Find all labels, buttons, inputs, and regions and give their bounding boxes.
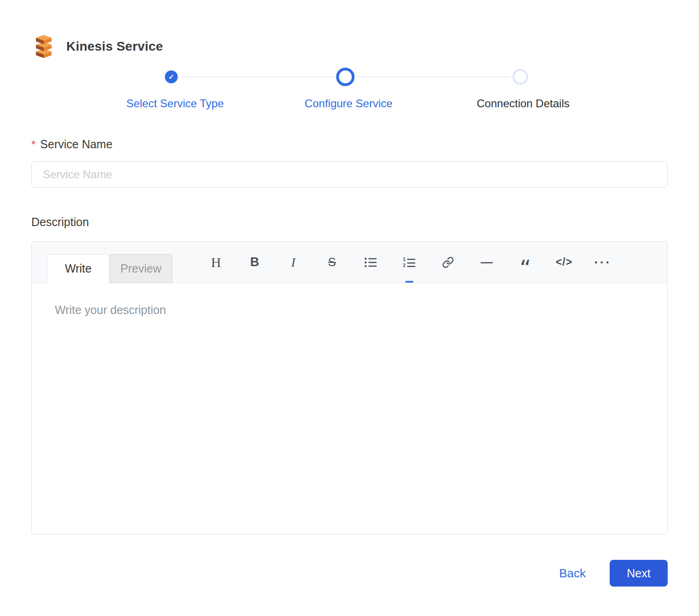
svg-text:1: 1 (403, 257, 406, 262)
service-name-label-text: Service Name (40, 138, 112, 151)
service-name-input[interactable] (31, 161, 668, 188)
heading-icon[interactable]: H (206, 252, 226, 273)
ordered-list-active-indicator (405, 281, 414, 283)
ordered-list-icon[interactable]: 1 2 (399, 252, 419, 273)
stepper: ✓ Select Service Type Configure Service … (0, 67, 699, 118)
description-textarea[interactable] (32, 283, 667, 534)
more-icon[interactable]: ··· (593, 252, 613, 273)
svg-text:2: 2 (403, 263, 406, 268)
step-label-connection-details: Connection Details (477, 97, 569, 110)
unordered-list-icon[interactable] (361, 252, 381, 273)
stepper-connector (355, 76, 510, 77)
step-circle-configure-service[interactable] (336, 68, 355, 86)
service-name-label: * Service Name (31, 138, 668, 151)
required-asterisk: * (31, 138, 35, 151)
page-title: Kinesis Service (66, 39, 163, 54)
step-circle-connection-details (513, 69, 528, 85)
configure-service-page: Kinesis Service ✓ Select Service Type Co… (0, 0, 699, 616)
editor-toolbar-bar: Write Preview H B I S (32, 242, 667, 283)
description-label: Description (31, 215, 668, 229)
link-icon[interactable] (438, 252, 458, 273)
strikethrough-icon[interactable]: S (322, 252, 342, 273)
description-editor: Write Preview H B I S (31, 241, 668, 535)
next-button[interactable]: Next (610, 560, 668, 587)
horizontal-rule-icon[interactable]: — (477, 252, 497, 273)
editor-tabs: Write Preview (47, 254, 172, 283)
app-header: Kinesis Service (31, 33, 668, 60)
code-icon[interactable]: </> (554, 252, 574, 273)
bold-icon[interactable]: B (245, 252, 265, 273)
footer-actions: Back Next (31, 560, 668, 587)
kinesis-icon (31, 34, 55, 59)
italic-icon[interactable]: I (283, 252, 303, 273)
stepper-connector (181, 76, 335, 77)
step-circle-select-service-type[interactable]: ✓ (165, 70, 178, 83)
description-label-text: Description (31, 215, 89, 229)
check-icon: ✓ (169, 73, 175, 81)
back-button[interactable]: Back (559, 566, 586, 581)
step-label-select-service-type[interactable]: Select Service Type (126, 97, 224, 110)
preview-tab[interactable]: Preview (110, 254, 172, 283)
step-label-configure-service[interactable]: Configure Service (305, 97, 393, 110)
editor-body (32, 283, 667, 534)
write-tab[interactable]: Write (47, 254, 110, 283)
quote-icon[interactable]: “ (515, 258, 536, 278)
editor-toolbar: H B I S 1 2 (206, 242, 613, 283)
